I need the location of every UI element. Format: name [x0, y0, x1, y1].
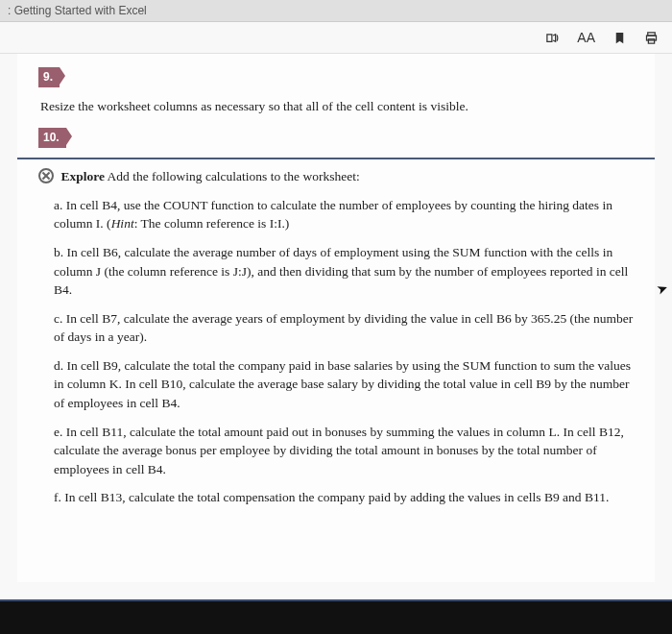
sub-steps-list: a. In cell B4, use the COUNT function to… [54, 196, 634, 507]
explore-icon [38, 168, 54, 183]
explore-label: Explore [60, 169, 105, 183]
sub-text: In cell B13, calculate the total compens… [61, 490, 609, 504]
explore-intro: Add the following calculations to the wo… [105, 169, 360, 183]
page: 9. Resize the worksheet columns as neces… [17, 54, 655, 582]
step-number-badge: 9. [38, 67, 60, 87]
sub-letter: c. [54, 311, 62, 326]
sub-item-e: e. In cell B11, calculate the total amou… [54, 423, 634, 479]
print-icon[interactable] [644, 31, 659, 45]
text-size-button[interactable]: AA [577, 30, 595, 45]
sub-letter: b. [54, 245, 63, 259]
section-separator [17, 158, 655, 159]
sub-text: In cell B11, calculate the total amount … [54, 425, 624, 476]
sub-letter: f. [54, 490, 61, 504]
sub-letter: d. [54, 358, 63, 373]
sub-letter: e. [54, 425, 62, 439]
sub-item-c: c. In cell B7, calculate the average yea… [54, 309, 634, 347]
step-10: 10. Explore Add the following calculatio… [38, 128, 634, 507]
sub-text: In cell B9, calculate the total the comp… [54, 358, 631, 410]
hint-label: Hint [111, 216, 134, 231]
step-number-badge: 10. [38, 128, 66, 148]
content-area: 9. Resize the worksheet columns as neces… [0, 54, 672, 599]
immersive-reader-icon[interactable] [545, 31, 560, 45]
sub-text: In cell B6, calculate the average number… [54, 245, 628, 297]
sub-item-a: a. In cell B4, use the COUNT function to… [54, 196, 634, 233]
sub-item-d: d. In cell B9, calculate the total the c… [54, 356, 634, 413]
explore-line: Explore Add the following calculations t… [38, 167, 634, 186]
sub-text: In cell B7, calculate the average years … [54, 311, 633, 345]
window-title-bar: : Getting Started with Excel [0, 0, 672, 22]
window-title: : Getting Started with Excel [8, 4, 147, 17]
reader-toolbar: AA [0, 22, 672, 54]
sub-letter: a. [54, 198, 62, 212]
footer-bar [0, 599, 672, 634]
bookmark-icon[interactable] [612, 31, 627, 45]
hint-rest: : The column reference is I:I.) [134, 216, 290, 231]
step-9: 9. Resize the worksheet columns as neces… [38, 67, 634, 116]
sub-item-b: b. In cell B6, calculate the average num… [54, 243, 634, 300]
step-9-text: Resize the worksheet columns as necessar… [40, 97, 634, 116]
sub-item-f: f. In cell B13, calculate the total comp… [54, 488, 634, 507]
